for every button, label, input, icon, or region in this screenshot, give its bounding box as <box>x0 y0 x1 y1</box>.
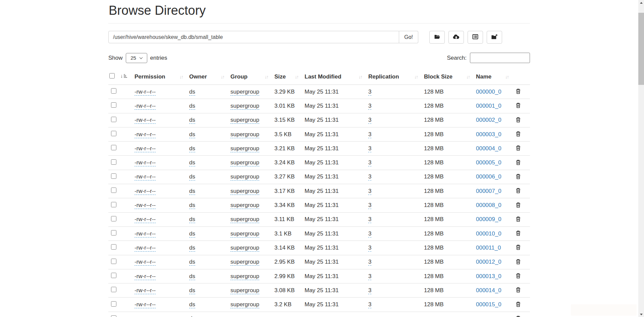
permission-value[interactable]: -rw-r--r-- <box>135 315 156 317</box>
header-block-size[interactable]: Block Size <box>423 70 475 85</box>
permission-value[interactable]: -rw-r--r-- <box>135 173 156 180</box>
file-name-link[interactable]: 000005_0 <box>476 159 501 166</box>
sort-amount-icon[interactable]: ↓ <box>120 74 127 78</box>
row-checkbox[interactable] <box>111 188 116 193</box>
file-name-link[interactable]: 000014_0 <box>476 287 501 294</box>
row-checkbox[interactable] <box>111 315 116 317</box>
permission-value[interactable]: -rw-r--r-- <box>135 259 156 266</box>
replication-value[interactable]: 3 <box>368 173 371 180</box>
group-value[interactable]: supergroup <box>230 287 259 294</box>
file-name-link[interactable]: 000007_0 <box>476 188 501 194</box>
group-value[interactable]: supergroup <box>230 173 259 180</box>
group-value[interactable]: supergroup <box>230 245 259 252</box>
file-name-link[interactable]: 000009_0 <box>476 216 501 222</box>
file-name-link[interactable]: 000010_0 <box>476 230 501 237</box>
move-paste-button[interactable] <box>487 31 502 44</box>
header-name[interactable]: Name <box>475 70 514 85</box>
row-checkbox[interactable] <box>111 102 116 108</box>
permission-value[interactable]: -rw-r--r-- <box>135 103 156 110</box>
delete-button[interactable] <box>515 173 522 180</box>
owner-value[interactable]: ds <box>189 188 195 195</box>
replication-value[interactable]: 3 <box>368 117 371 124</box>
file-name-link[interactable]: 000013_0 <box>476 273 501 279</box>
owner-value[interactable]: ds <box>189 245 195 252</box>
search-input[interactable] <box>470 53 530 63</box>
permission-value[interactable]: -rw-r--r-- <box>135 287 156 294</box>
header-size[interactable]: Size <box>273 70 304 85</box>
group-value[interactable]: supergroup <box>230 159 259 166</box>
replication-value[interactable]: 3 <box>368 301 371 308</box>
group-value[interactable]: supergroup <box>230 117 259 124</box>
owner-value[interactable]: ds <box>189 273 195 280</box>
row-checkbox[interactable] <box>111 145 116 150</box>
permission-value[interactable]: -rw-r--r-- <box>135 202 156 209</box>
replication-value[interactable]: 3 <box>368 188 371 195</box>
owner-value[interactable]: ds <box>189 287 195 294</box>
delete-button[interactable] <box>515 116 522 123</box>
owner-value[interactable]: ds <box>189 145 195 152</box>
row-checkbox[interactable] <box>111 202 116 207</box>
vertical-scrollbar[interactable] <box>638 0 644 317</box>
row-checkbox[interactable] <box>111 173 116 179</box>
owner-value[interactable]: ds <box>189 159 195 166</box>
replication-value[interactable]: 3 <box>368 273 371 280</box>
owner-value[interactable]: ds <box>189 89 195 96</box>
replication-value[interactable]: 3 <box>368 230 371 237</box>
owner-value[interactable]: ds <box>189 117 195 124</box>
row-checkbox[interactable] <box>111 244 116 250</box>
permission-value[interactable]: -rw-r--r-- <box>135 145 156 152</box>
permission-value[interactable]: -rw-r--r-- <box>135 273 156 280</box>
file-name-link[interactable]: 000000_0 <box>476 89 501 95</box>
owner-value[interactable]: ds <box>189 173 195 180</box>
replication-value[interactable]: 3 <box>368 89 371 96</box>
header-replication[interactable]: Replication <box>367 70 423 85</box>
group-value[interactable]: supergroup <box>230 301 259 308</box>
group-value[interactable]: supergroup <box>230 259 259 266</box>
replication-value[interactable]: 3 <box>368 131 371 138</box>
replication-value[interactable]: 3 <box>368 145 371 152</box>
delete-button[interactable] <box>515 244 522 251</box>
owner-value[interactable]: ds <box>189 301 195 308</box>
select-all-checkbox[interactable] <box>109 73 115 78</box>
owner-value[interactable]: ds <box>189 216 195 223</box>
replication-value[interactable]: 3 <box>368 202 371 209</box>
header-permission[interactable]: Permission <box>133 70 188 85</box>
go-button[interactable]: Go! <box>399 31 418 43</box>
delete-button[interactable] <box>515 144 522 152</box>
permission-value[interactable]: -rw-r--r-- <box>135 188 156 195</box>
header-select-all[interactable]: ↓ <box>108 70 133 85</box>
row-checkbox[interactable] <box>111 88 116 94</box>
replication-value[interactable]: 3 <box>368 103 371 110</box>
permission-value[interactable]: -rw-r--r-- <box>135 216 156 223</box>
permission-value[interactable]: -rw-r--r-- <box>135 245 156 252</box>
file-name-link[interactable]: 000002_0 <box>476 117 501 123</box>
delete-button[interactable] <box>515 159 522 166</box>
delete-button[interactable] <box>515 301 522 308</box>
permission-value[interactable]: -rw-r--r-- <box>135 131 156 138</box>
row-checkbox[interactable] <box>111 273 116 278</box>
file-name-link[interactable]: 000004_0 <box>476 145 501 152</box>
owner-value[interactable]: ds <box>189 230 195 237</box>
file-name-link[interactable]: 000015_0 <box>476 301 501 308</box>
owner-value[interactable]: ds <box>189 103 195 110</box>
scroll-up-arrow[interactable] <box>638 0 644 5</box>
group-value[interactable]: supergroup <box>230 216 259 223</box>
file-name-link[interactable]: 000008_0 <box>476 202 501 208</box>
file-name-link[interactable]: 000003_0 <box>476 131 501 138</box>
group-value[interactable]: supergroup <box>230 188 259 195</box>
header-last-modified[interactable]: Last Modified <box>304 70 367 85</box>
delete-button[interactable] <box>515 88 522 95</box>
permission-value[interactable]: -rw-r--r-- <box>135 117 156 124</box>
row-checkbox[interactable] <box>111 230 116 235</box>
file-name-link[interactable]: 000011_0 <box>476 245 501 251</box>
delete-button[interactable] <box>515 187 522 194</box>
delete-button[interactable] <box>515 315 522 317</box>
create-directory-button[interactable] <box>429 31 445 44</box>
permission-value[interactable]: -rw-r--r-- <box>135 301 156 308</box>
row-checkbox[interactable] <box>111 117 116 122</box>
replication-value[interactable]: 3 <box>368 287 371 294</box>
file-name-link[interactable]: 000001_0 <box>476 103 501 109</box>
replication-value[interactable]: 3 <box>368 259 371 266</box>
replication-value[interactable]: 3 <box>368 159 371 166</box>
row-checkbox[interactable] <box>111 216 116 221</box>
